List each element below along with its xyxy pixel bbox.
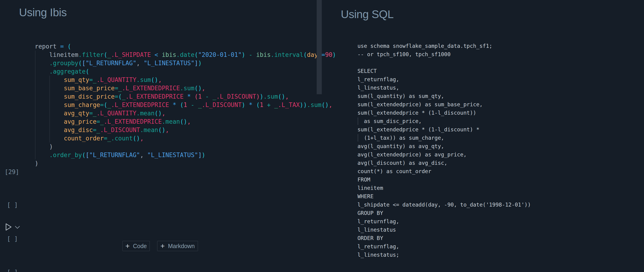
play-icon[interactable] <box>5 223 12 231</box>
add-markdown-label: Markdown <box>168 243 195 249</box>
right-pane-title: Using SQL <box>341 8 394 21</box>
plus-icon: + <box>160 242 165 250</box>
editor-scrollbar-thumb[interactable] <box>317 0 322 94</box>
indent-guide <box>50 76 50 142</box>
empty-cell-prompt: [ ] <box>7 201 18 208</box>
ibis-code-editor[interactable]: report = ( lineitem.filter(_.L_SHIPDATE … <box>35 42 336 168</box>
execution-count-badge: [29] <box>5 168 19 175</box>
indent-guide <box>358 117 358 125</box>
indent-guide <box>35 51 36 159</box>
sql-code-block[interactable]: use schema snowflake_sample_data.tpch_sf… <box>358 42 531 259</box>
left-pane-title: Using Ibis <box>19 6 67 19</box>
add-code-label: Code <box>133 243 147 249</box>
indent-guide <box>358 134 358 142</box>
add-code-button[interactable]: + Code <box>122 241 150 251</box>
empty-cell-prompt-partial: [ ] <box>7 269 18 272</box>
plus-icon: + <box>126 242 130 250</box>
chevron-down-icon[interactable] <box>15 223 20 231</box>
add-markdown-button[interactable]: + Markdown <box>157 241 198 251</box>
empty-cell-prompt: [ ] <box>7 235 18 242</box>
run-cell-control[interactable] <box>5 222 24 232</box>
